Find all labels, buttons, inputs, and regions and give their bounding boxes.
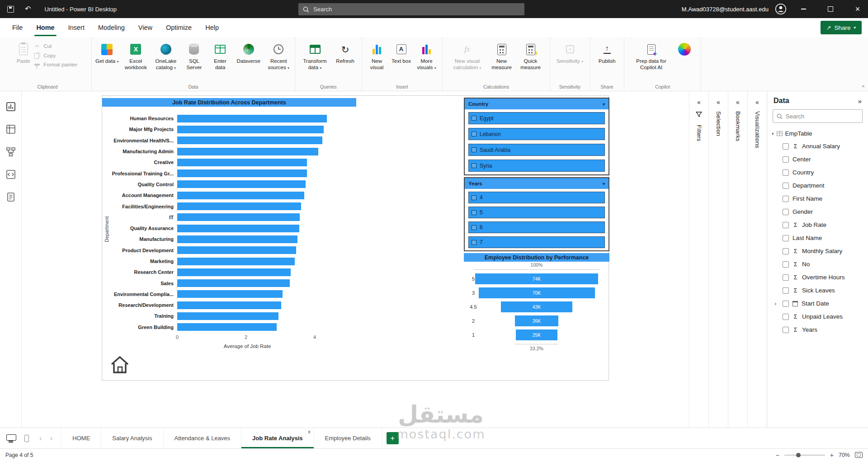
funnel-bar[interactable]: 26K [515, 315, 558, 326]
collapse-pane-chevron[interactable]: » [858, 97, 862, 105]
bar[interactable] [177, 126, 324, 133]
field-years[interactable]: ΣYears [767, 323, 868, 336]
bar-row[interactable]: Facilities/Engineering [105, 201, 344, 212]
bar[interactable] [177, 323, 277, 331]
menu-tab-insert[interactable]: Insert [61, 18, 91, 37]
menu-tab-home[interactable]: Home [29, 18, 61, 37]
ribbon-collapse-chevron[interactable]: ^ [862, 85, 864, 90]
bar-row[interactable]: Quality Control [105, 179, 344, 190]
field-checkbox[interactable] [783, 209, 789, 215]
field-first-name[interactable]: First Name [767, 192, 868, 205]
bar-row[interactable]: Research/Development [105, 300, 344, 310]
bar[interactable] [177, 258, 295, 265]
funnel-bar[interactable]: 70K [479, 287, 595, 298]
bar-row[interactable]: Product Development [105, 245, 344, 256]
field-department[interactable]: Department [767, 179, 868, 192]
field-checkbox[interactable] [783, 274, 789, 281]
bar[interactable] [177, 202, 301, 210]
titlebar-search-input[interactable]: Search [298, 3, 524, 15]
table-node-emptable[interactable]: ▾ EmpTable [767, 127, 868, 140]
prev-page-arrow[interactable]: ‹ [35, 428, 46, 448]
field-country[interactable]: Country [767, 166, 868, 179]
paste-button[interactable]: Paste [16, 41, 31, 66]
field-gender[interactable]: Gender [767, 205, 868, 218]
new-measure-button[interactable]: New measure [488, 41, 516, 72]
funnel-row[interactable]: 4.543K [464, 300, 609, 314]
field-overtime-hours[interactable]: ΣOvertime Hours [767, 271, 868, 284]
minimize-button[interactable] [793, 0, 814, 18]
bar[interactable] [177, 169, 307, 177]
funnel-row[interactable]: 125K [464, 328, 609, 342]
expand-pane-chevron[interactable]: « [755, 99, 759, 106]
close-tab-icon[interactable]: x [308, 429, 311, 434]
chevron-down-icon[interactable]: ▾ [603, 102, 605, 107]
cut-button[interactable]: ✂Cut [32, 42, 79, 50]
bar[interactable] [177, 290, 283, 298]
expand-pane-chevron[interactable]: « [736, 99, 740, 106]
funnel-row[interactable]: 370K [464, 286, 609, 300]
field-checkbox[interactable] [783, 183, 789, 189]
slicer-item-5[interactable]: 5 [468, 207, 605, 218]
funnel-bar[interactable]: 43K [501, 301, 572, 312]
page-tab-job-rate-analysis[interactable]: Job Rate Analysisx [241, 428, 314, 448]
slicer-item-lebanon[interactable]: Lebanon [468, 128, 605, 140]
page-tab-home[interactable]: HOME [61, 428, 101, 448]
page-tab-attendance-leaves[interactable]: Attendance & Leaves [164, 428, 242, 448]
field-checkbox[interactable] [783, 327, 789, 333]
bar[interactable] [177, 246, 296, 254]
expand-chevron[interactable]: › [774, 300, 776, 307]
chevron-down-icon[interactable]: ▾ [603, 181, 605, 186]
slicer-header[interactable]: Country ▾ [465, 99, 609, 109]
menu-tab-help[interactable]: Help [198, 18, 226, 37]
excel-workbook-button[interactable]: X Excel workbook [122, 41, 151, 72]
field-start-date[interactable]: ›Start Date [767, 297, 868, 310]
sql-server-button[interactable]: SQL Server [182, 41, 207, 72]
slicer-item-saudi-arabia[interactable]: Saudi Arabia [468, 144, 605, 156]
bar-row[interactable]: Creative [105, 157, 344, 168]
desktop-view-icon[interactable] [6, 434, 15, 442]
bar-row[interactable]: Quality Assurance [105, 223, 344, 234]
field-checkbox[interactable] [783, 287, 789, 294]
checkbox[interactable] [472, 195, 476, 200]
bar-row[interactable]: Green Building [105, 322, 344, 333]
country-slicer[interactable]: Country ▾ EgyptLebanonSaudi ArabiaSyria [464, 98, 609, 175]
field-checkbox[interactable] [783, 314, 789, 320]
pane-selection[interactable]: «Selection [708, 91, 728, 428]
table-view-icon[interactable] [5, 124, 16, 135]
new-visual-button[interactable]: New visual [365, 41, 389, 72]
checkbox[interactable] [472, 163, 476, 168]
bar[interactable] [177, 225, 299, 232]
copy-button[interactable]: Copy [32, 52, 79, 59]
transform-data-button[interactable]: Transform data ▾ [299, 41, 331, 72]
page-tab-employee-details[interactable]: Employee Details [314, 428, 382, 448]
zoom-in-button[interactable]: + [830, 452, 834, 459]
mobile-view-icon[interactable] [24, 435, 29, 442]
field-checkbox[interactable] [783, 248, 789, 254]
prep-data-copilot-button[interactable]: Prep data for Copilot AI [630, 41, 673, 72]
pane-bookmarks[interactable]: «Bookmarks [728, 91, 747, 428]
field-annual-salary[interactable]: ΣAnnual Salary [767, 140, 868, 153]
data-search-input[interactable]: Search [773, 109, 863, 123]
enter-data-button[interactable]: Enter data [208, 41, 233, 72]
pane-filters[interactable]: «Filters [689, 91, 708, 428]
bar-row[interactable]: Manufacturing Admin [105, 146, 344, 157]
funnel-chart[interactable]: 574K370K4.543K226K125K [464, 272, 609, 342]
checkbox[interactable] [472, 210, 476, 215]
bar-row[interactable]: Training [105, 310, 344, 321]
field-no[interactable]: ΣNo [767, 258, 868, 271]
bar-row[interactable]: Marketing [105, 256, 344, 267]
menu-tab-modeling[interactable]: Modeling [91, 18, 132, 37]
funnel-row[interactable]: 574K [464, 272, 609, 286]
checkbox[interactable] [472, 225, 476, 230]
bar[interactable] [177, 192, 304, 199]
slicer-item-6[interactable]: 6 [468, 221, 605, 233]
menu-tab-file[interactable]: File [5, 18, 29, 37]
years-slicer[interactable]: Years ▾ 4567 [464, 177, 609, 251]
field-checkbox[interactable] [783, 196, 789, 202]
fit-to-page-icon[interactable] [855, 452, 863, 458]
field-checkbox[interactable] [783, 169, 789, 176]
barchart-title[interactable]: Job Rate Distribution Across Departments [102, 98, 356, 107]
bar-row[interactable]: Sales [105, 278, 344, 288]
bar-row[interactable]: Manufacturing [105, 234, 344, 245]
field-job-rate[interactable]: ΣJob Rate [767, 218, 868, 231]
